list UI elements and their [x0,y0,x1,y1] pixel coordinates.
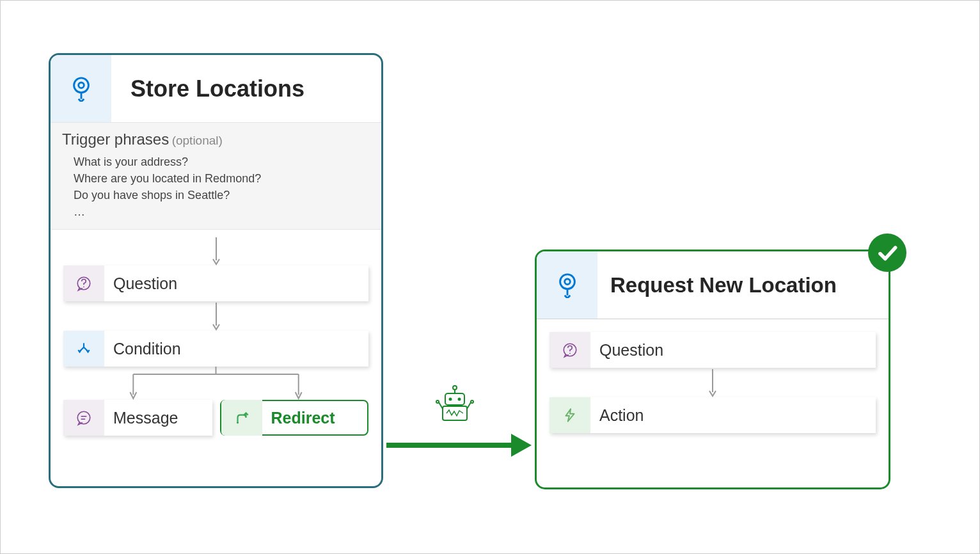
message-icon-box [63,400,104,436]
svg-point-1 [78,83,84,88]
arrow-connector [63,301,368,331]
node-label: Condition [104,340,181,358]
svg-point-25 [436,400,439,403]
message-node[interactable]: Message [63,400,212,436]
redirect-icon [233,409,250,426]
action-icon-box [549,397,590,433]
question-icon-box [63,265,104,301]
flow-body: Question Action [537,319,889,446]
node-label: Question [104,274,177,293]
branch-icon [75,340,92,357]
checkmark-badge [868,233,906,272]
trigger-phrase: Do you have shops in Seattle? [74,187,370,203]
topic-icon [556,273,579,298]
question-icon-box [549,332,590,368]
trigger-phrase: What is your address? [74,154,370,170]
svg-point-31 [569,353,571,354]
bot-icon [434,384,476,424]
svg-point-28 [564,279,570,285]
trigger-label: Trigger phrases [62,131,169,148]
trigger-phrases-list: What is your address? Where are you loca… [62,148,370,220]
svg-point-15 [236,422,238,423]
chat-icon [75,409,92,426]
svg-point-20 [449,398,452,401]
topic-card-request-new-location: Request New Location Question [535,249,890,489]
check-icon [875,241,899,265]
node-label: Message [104,409,178,427]
topic-icon-box [537,251,597,319]
lightning-icon [562,407,578,423]
svg-point-17 [453,386,457,390]
node-label: Redirect [262,409,335,427]
topic-icon [70,76,93,102]
branch-row: Message Redirect [63,400,368,436]
trigger-phrase: … [74,203,370,220]
svg-point-26 [471,400,473,403]
redirect-node[interactable]: Redirect [220,400,369,436]
topic-title: Request New Location [597,273,837,297]
question-node[interactable]: Question [63,265,368,301]
topic-icon-box [51,55,111,122]
question-icon [562,342,578,358]
svg-rect-19 [445,393,464,405]
svg-point-0 [74,77,88,92]
action-node[interactable]: Action [549,397,876,433]
svg-line-23 [439,402,443,409]
svg-point-27 [560,274,574,289]
trigger-phrases-section: Trigger phrases (optional) What is your … [51,122,381,230]
topic-card-store-locations: Store Locations Trigger phrases (optiona… [49,53,383,488]
question-icon [75,275,92,292]
arrow-connector [549,368,876,397]
arrow-connector [63,236,368,265]
topic-header: Request New Location [537,251,889,319]
trigger-optional: (optional) [172,134,223,147]
condition-icon-box [63,331,104,367]
question-node[interactable]: Question [549,332,876,368]
redirect-icon-box [221,400,262,436]
topic-header: Store Locations [51,55,381,122]
trigger-phrase: Where are you located in Redmond? [74,170,370,187]
topic-title: Store Locations [111,75,304,102]
svg-point-5 [83,287,84,288]
node-label: Action [590,406,644,425]
flow-body: Question Condition [51,230,381,448]
svg-point-21 [458,398,461,401]
condition-node[interactable]: Condition [63,331,368,367]
redirect-arrow [383,426,535,464]
node-label: Question [590,341,663,360]
branch-connector [63,367,368,400]
svg-line-24 [467,402,471,409]
